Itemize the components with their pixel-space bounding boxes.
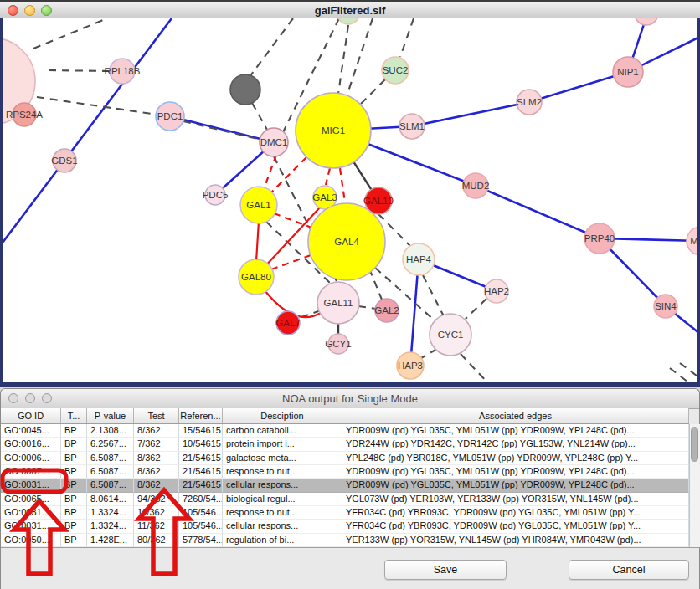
- window-border-left: [0, 18, 3, 382]
- table-row[interactable]: GO:0031...BP1.3324...11/362105/546...cel…: [1, 520, 689, 533]
- node-label-PDC1: PDC1: [157, 111, 183, 121]
- node-label-SLM2: SLM2: [517, 97, 542, 107]
- noa-window-titlebar[interactable]: NOA output for Single Mode: [1, 389, 699, 409]
- noa-window-title: NOA output for Single Mode: [1, 392, 699, 405]
- network-node-unnamed-gray[interactable]: [230, 74, 260, 105]
- table-cell: response to nut...: [223, 465, 342, 479]
- table-cell: 2.1308...: [87, 424, 134, 438]
- table-cell: BP: [61, 438, 87, 451]
- table-cell: 8.0614...: [87, 493, 134, 506]
- table-cell: BP: [61, 520, 87, 533]
- table-cell: 5778/54...: [179, 534, 223, 547]
- table-bottom-divider: [1, 547, 700, 548]
- scrollbar-thumb[interactable]: [691, 427, 698, 462]
- table-cell: GO:0065...: [1, 493, 61, 506]
- table-cell: 94/362: [134, 493, 179, 506]
- node-label-GAL10: GAL10: [363, 196, 394, 206]
- table-row[interactable]: GO:0016...BP6.2567...7/36210/54615protei…: [1, 438, 689, 451]
- table-cell: biological regul...: [223, 493, 342, 506]
- table-cell: 105/546...: [179, 520, 223, 533]
- table-row[interactable]: GO:0031...BP6.5087...8/36221/54615cellul…: [1, 479, 689, 492]
- column-header-desciption[interactable]: Desciption: [223, 408, 342, 423]
- table-cell: 6.5087...: [87, 452, 134, 465]
- table-cell: YDR009W (pd) YGL035C, YML051W (pp) YDR00…: [342, 465, 689, 479]
- table-cell: 11/362: [134, 506, 179, 520]
- table-cell: BP: [61, 424, 87, 438]
- table-cell: BP: [61, 506, 87, 520]
- table-cell: cellular respons...: [223, 520, 342, 533]
- table-cell: 21/54615: [179, 465, 223, 479]
- table-row[interactable]: GO:0031...BP1.3324...11/362105/546...res…: [1, 506, 689, 520]
- table-cell: 7/362: [134, 438, 179, 451]
- table-cell: 10/54615: [179, 438, 223, 451]
- table-cell: 8/362: [134, 465, 179, 479]
- table-cell: cellular respons...: [223, 479, 342, 492]
- table-row[interactable]: GO:0007...BP6.5087...8/36221/54615respon…: [1, 465, 689, 479]
- node-label-SIN4: SIN4: [655, 301, 677, 311]
- column-header-associated-edges[interactable]: Associated edges: [342, 408, 689, 423]
- table-cell: YFR034C (pd) YBR093C, YDR009W (pd) YGL03…: [342, 520, 689, 533]
- table-cell: YDR009W (pd) YGL035C, YML051W (pp) YDR00…: [342, 424, 689, 438]
- column-header-referen-[interactable]: Referen...: [179, 408, 223, 423]
- table-cell: 1.428E...: [87, 534, 134, 547]
- table-cell: 21/54615: [179, 479, 223, 492]
- table-cell: GO:0031...: [1, 506, 61, 520]
- table-cell: 11/362: [134, 520, 179, 533]
- table-cell: 80/362: [134, 534, 179, 547]
- node-label-HAP2: HAP2: [484, 286, 509, 296]
- node-label-GAL2: GAL2: [374, 305, 399, 315]
- table-body: GO:0045...BP2.1308...8/36215/54615carbon…: [1, 424, 689, 547]
- node-label-NIP1: NIP1: [617, 67, 639, 77]
- table-cell: BP: [61, 452, 87, 465]
- node-label-GAL1: GAL1: [246, 200, 270, 210]
- table-cell: YFR034C (pd) YBR093C, YDR009W (pd) YGL03…: [342, 506, 689, 520]
- noa-output-window: NOA output for Single Mode GO IDT...P-va…: [0, 388, 700, 589]
- window-border-bottom: [0, 382, 700, 387]
- table-cell: galactose meta...: [223, 452, 342, 465]
- node-label-GAL11: GAL11: [324, 298, 353, 308]
- table-cell: YGL073W (pd) YER103W, YER133W (pp) YOR31…: [342, 493, 689, 506]
- table-cell: GO:0050...: [1, 534, 61, 547]
- vertical-scrollbar[interactable]: [689, 424, 700, 547]
- table-cell: GO:0031...: [1, 479, 61, 492]
- node-label-GAL4: GAL4: [334, 237, 359, 247]
- node-label-PDC5: PDC5: [203, 190, 229, 200]
- table-row[interactable]: GO:0006...BP6.5087...8/36221/54615galact…: [1, 452, 689, 465]
- save-button[interactable]: Save: [384, 560, 507, 580]
- node-label-SUC2: SUC2: [383, 65, 409, 75]
- cancel-button[interactable]: Cancel: [569, 560, 689, 580]
- node-label-PRP40: PRP40: [584, 233, 615, 243]
- table-cell: GO:0006...: [1, 452, 61, 465]
- node-label-GAL3: GAL3: [312, 192, 337, 202]
- node-label-GDS1: GDS1: [51, 156, 77, 166]
- column-header-test[interactable]: Test: [134, 408, 179, 423]
- table-row[interactable]: GO:0045...BP2.1308...8/36215/54615carbon…: [1, 424, 689, 438]
- table-cell: BP: [61, 493, 87, 506]
- table-cell: GO:0031...: [1, 520, 61, 533]
- table-cell: GO:0007...: [1, 465, 61, 479]
- table-cell: 1.3324...: [87, 506, 134, 520]
- network-window-title: galFiltered.sif: [0, 4, 700, 17]
- table-row[interactable]: GO:0065...BP8.0614...94/3627260/54...bio…: [1, 493, 689, 506]
- table-cell: carbon cataboli...: [223, 424, 342, 438]
- column-header-go-id[interactable]: GO ID: [1, 408, 61, 423]
- table-cell: BP: [61, 479, 87, 492]
- table-cell: 105/546...: [179, 506, 223, 520]
- column-header-p-value[interactable]: P-value: [87, 408, 134, 423]
- node-label-CYC1: CYC1: [438, 330, 464, 340]
- table-header-row: GO IDT...P-valueTestReferen...Desciption…: [1, 408, 689, 424]
- network-window-titlebar[interactable]: galFiltered.sif: [0, 0, 700, 18]
- table-cell: 8/362: [134, 424, 179, 438]
- table-cell: 21/54615: [179, 452, 223, 465]
- table-row[interactable]: GO:0050...BP1.428E...80/3625778/54...reg…: [1, 534, 689, 547]
- node-label-GAL7: GAL7: [275, 318, 300, 328]
- node-label-RPS24A: RPS24A: [6, 110, 43, 120]
- table-cell: YDR244W (pp) YDR142C, YDR142C (pp) YGL15…: [342, 438, 689, 451]
- node-label-MIG1: MIG1: [322, 125, 345, 136]
- column-header-t-[interactable]: T...: [61, 408, 87, 423]
- table-cell: GO:0045...: [1, 424, 61, 438]
- network-window: RPL18BRPS24AGDS1PDC1PDC5DMC1MIG1SUC2SLM1…: [0, 0, 700, 387]
- table-cell: 6.5087...: [87, 465, 134, 479]
- table-cell: 15/54615: [179, 424, 223, 438]
- table-cell: YPL248C (pd) YBR018C, YML051W (pp) YDR00…: [342, 452, 689, 465]
